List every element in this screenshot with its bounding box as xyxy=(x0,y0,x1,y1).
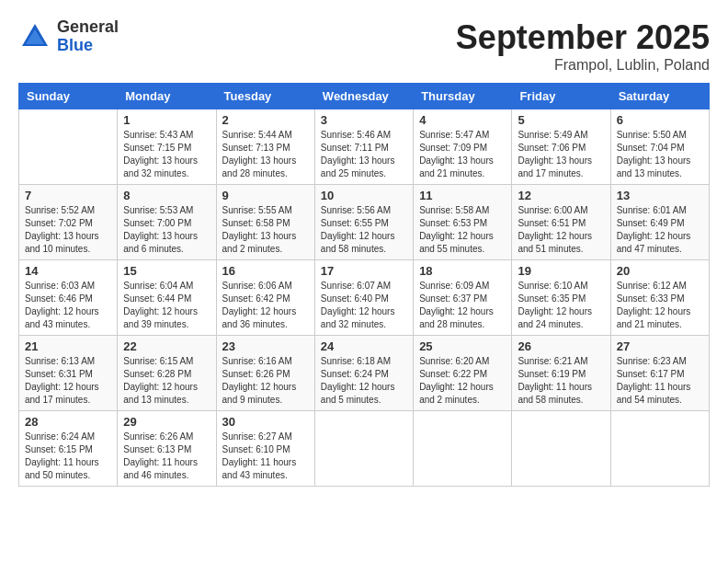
day-info: Sunrise: 6:03 AMSunset: 6:46 PMDaylight:… xyxy=(25,280,111,331)
day-cell xyxy=(512,411,610,487)
week-row: 7Sunrise: 5:52 AMSunset: 7:02 PMDaylight… xyxy=(19,185,710,260)
day-cell: 22Sunrise: 6:15 AMSunset: 6:28 PMDayligh… xyxy=(118,336,216,411)
day-number: 8 xyxy=(123,189,210,202)
day-cell: 16Sunrise: 6:06 AMSunset: 6:42 PMDayligh… xyxy=(216,260,314,336)
day-number: 29 xyxy=(123,415,210,429)
weekday-header: Tuesday xyxy=(216,84,314,109)
day-cell: 26Sunrise: 6:21 AMSunset: 6:19 PMDayligh… xyxy=(512,336,610,411)
day-cell: 3Sunrise: 5:46 AMSunset: 7:11 PMDaylight… xyxy=(314,109,413,185)
day-info: Sunrise: 6:21 AMSunset: 6:19 PMDaylight:… xyxy=(518,355,604,407)
weekday-header: Thursday xyxy=(414,84,512,109)
title-area: September 2025 Frampol, Lublin, Poland xyxy=(456,18,710,74)
day-info: Sunrise: 6:13 AMSunset: 6:31 PMDaylight:… xyxy=(25,355,111,407)
day-number: 11 xyxy=(419,189,506,202)
day-info: Sunrise: 5:46 AMSunset: 7:11 PMDaylight:… xyxy=(321,129,407,180)
day-cell: 7Sunrise: 5:52 AMSunset: 7:02 PMDaylight… xyxy=(19,185,118,260)
day-cell: 19Sunrise: 6:10 AMSunset: 6:35 PMDayligh… xyxy=(512,260,610,336)
logo-icon xyxy=(18,20,51,53)
weekday-header: Sunday xyxy=(19,84,118,109)
weekday-header: Wednesday xyxy=(314,84,413,109)
day-cell: 10Sunrise: 5:56 AMSunset: 6:55 PMDayligh… xyxy=(314,185,413,260)
day-cell: 18Sunrise: 6:09 AMSunset: 6:37 PMDayligh… xyxy=(414,260,512,336)
day-info: Sunrise: 6:16 AMSunset: 6:26 PMDaylight:… xyxy=(222,355,309,407)
day-number: 9 xyxy=(222,189,309,202)
day-number: 1 xyxy=(123,113,210,127)
day-cell xyxy=(610,411,709,487)
day-number: 23 xyxy=(222,339,309,353)
day-cell: 20Sunrise: 6:12 AMSunset: 6:33 PMDayligh… xyxy=(610,260,709,336)
day-cell: 9Sunrise: 5:55 AMSunset: 6:58 PMDaylight… xyxy=(216,185,314,260)
weekday-header-row: SundayMondayTuesdayWednesdayThursdayFrid… xyxy=(19,84,710,109)
day-number: 5 xyxy=(518,113,604,127)
day-info: Sunrise: 5:55 AMSunset: 6:58 PMDaylight:… xyxy=(222,204,309,256)
day-info: Sunrise: 5:52 AMSunset: 7:02 PMDaylight:… xyxy=(25,204,111,256)
calendar: SundayMondayTuesdayWednesdayThursdayFrid… xyxy=(18,83,710,487)
day-cell: 27Sunrise: 6:23 AMSunset: 6:17 PMDayligh… xyxy=(610,336,709,411)
day-cell: 12Sunrise: 6:00 AMSunset: 6:51 PMDayligh… xyxy=(512,185,610,260)
day-number: 28 xyxy=(25,415,111,429)
day-number: 17 xyxy=(321,264,407,278)
day-info: Sunrise: 6:26 AMSunset: 6:13 PMDaylight:… xyxy=(123,431,210,482)
day-info: Sunrise: 5:43 AMSunset: 7:15 PMDaylight:… xyxy=(123,129,210,180)
day-cell: 2Sunrise: 5:44 AMSunset: 7:13 PMDaylight… xyxy=(216,109,314,185)
day-cell: 30Sunrise: 6:27 AMSunset: 6:10 PMDayligh… xyxy=(216,411,314,487)
logo: General Blue xyxy=(18,18,119,55)
week-row: 14Sunrise: 6:03 AMSunset: 6:46 PMDayligh… xyxy=(19,260,710,336)
day-number: 18 xyxy=(419,264,506,278)
day-cell: 1Sunrise: 5:43 AMSunset: 7:15 PMDaylight… xyxy=(118,109,216,185)
day-cell: 13Sunrise: 6:01 AMSunset: 6:49 PMDayligh… xyxy=(610,185,709,260)
day-info: Sunrise: 6:27 AMSunset: 6:10 PMDaylight:… xyxy=(222,431,309,482)
week-row: 1Sunrise: 5:43 AMSunset: 7:15 PMDaylight… xyxy=(19,109,710,185)
day-info: Sunrise: 6:15 AMSunset: 6:28 PMDaylight:… xyxy=(123,355,210,407)
week-row: 28Sunrise: 6:24 AMSunset: 6:15 PMDayligh… xyxy=(19,411,710,487)
day-cell xyxy=(414,411,512,487)
day-number: 6 xyxy=(617,113,703,127)
weekday-header: Monday xyxy=(118,84,216,109)
weekday-header: Friday xyxy=(512,84,610,109)
day-cell: 25Sunrise: 6:20 AMSunset: 6:22 PMDayligh… xyxy=(414,336,512,411)
day-info: Sunrise: 6:04 AMSunset: 6:44 PMDaylight:… xyxy=(123,280,210,331)
day-info: Sunrise: 5:47 AMSunset: 7:09 PMDaylight:… xyxy=(419,129,506,180)
day-number: 26 xyxy=(518,339,604,353)
day-cell: 15Sunrise: 6:04 AMSunset: 6:44 PMDayligh… xyxy=(118,260,216,336)
day-cell: 29Sunrise: 6:26 AMSunset: 6:13 PMDayligh… xyxy=(118,411,216,487)
day-cell: 5Sunrise: 5:49 AMSunset: 7:06 PMDaylight… xyxy=(512,109,610,185)
day-number: 2 xyxy=(222,113,309,127)
day-number: 21 xyxy=(25,339,111,353)
day-info: Sunrise: 6:24 AMSunset: 6:15 PMDaylight:… xyxy=(25,431,111,482)
day-number: 12 xyxy=(518,189,604,202)
day-cell xyxy=(314,411,413,487)
day-number: 24 xyxy=(321,339,407,353)
page-header: General Blue September 2025 Frampol, Lub… xyxy=(18,18,710,74)
day-cell xyxy=(19,109,118,185)
day-number: 10 xyxy=(321,189,407,202)
day-cell: 11Sunrise: 5:58 AMSunset: 6:53 PMDayligh… xyxy=(414,185,512,260)
logo-general: General xyxy=(57,18,119,37)
day-info: Sunrise: 5:56 AMSunset: 6:55 PMDaylight:… xyxy=(321,204,407,256)
day-cell: 23Sunrise: 6:16 AMSunset: 6:26 PMDayligh… xyxy=(216,336,314,411)
day-number: 13 xyxy=(617,189,703,202)
day-cell: 14Sunrise: 6:03 AMSunset: 6:46 PMDayligh… xyxy=(19,260,118,336)
day-cell: 21Sunrise: 6:13 AMSunset: 6:31 PMDayligh… xyxy=(19,336,118,411)
day-info: Sunrise: 6:23 AMSunset: 6:17 PMDaylight:… xyxy=(617,355,703,407)
day-info: Sunrise: 6:07 AMSunset: 6:40 PMDaylight:… xyxy=(321,280,407,331)
day-number: 16 xyxy=(222,264,309,278)
day-info: Sunrise: 5:50 AMSunset: 7:04 PMDaylight:… xyxy=(617,129,703,180)
week-row: 21Sunrise: 6:13 AMSunset: 6:31 PMDayligh… xyxy=(19,336,710,411)
day-cell: 6Sunrise: 5:50 AMSunset: 7:04 PMDaylight… xyxy=(610,109,709,185)
day-info: Sunrise: 5:49 AMSunset: 7:06 PMDaylight:… xyxy=(518,129,604,180)
day-number: 19 xyxy=(518,264,604,278)
day-number: 7 xyxy=(25,189,111,202)
day-cell: 28Sunrise: 6:24 AMSunset: 6:15 PMDayligh… xyxy=(19,411,118,487)
day-info: Sunrise: 5:44 AMSunset: 7:13 PMDaylight:… xyxy=(222,129,309,180)
logo-text: General Blue xyxy=(57,18,119,55)
day-cell: 8Sunrise: 5:53 AMSunset: 7:00 PMDaylight… xyxy=(118,185,216,260)
day-number: 25 xyxy=(419,339,506,353)
day-info: Sunrise: 6:06 AMSunset: 6:42 PMDaylight:… xyxy=(222,280,309,331)
day-number: 14 xyxy=(25,264,111,278)
day-number: 30 xyxy=(222,415,309,429)
location: Frampol, Lublin, Poland xyxy=(456,57,710,74)
day-number: 3 xyxy=(321,113,407,127)
day-cell: 4Sunrise: 5:47 AMSunset: 7:09 PMDaylight… xyxy=(414,109,512,185)
day-cell: 24Sunrise: 6:18 AMSunset: 6:24 PMDayligh… xyxy=(314,336,413,411)
